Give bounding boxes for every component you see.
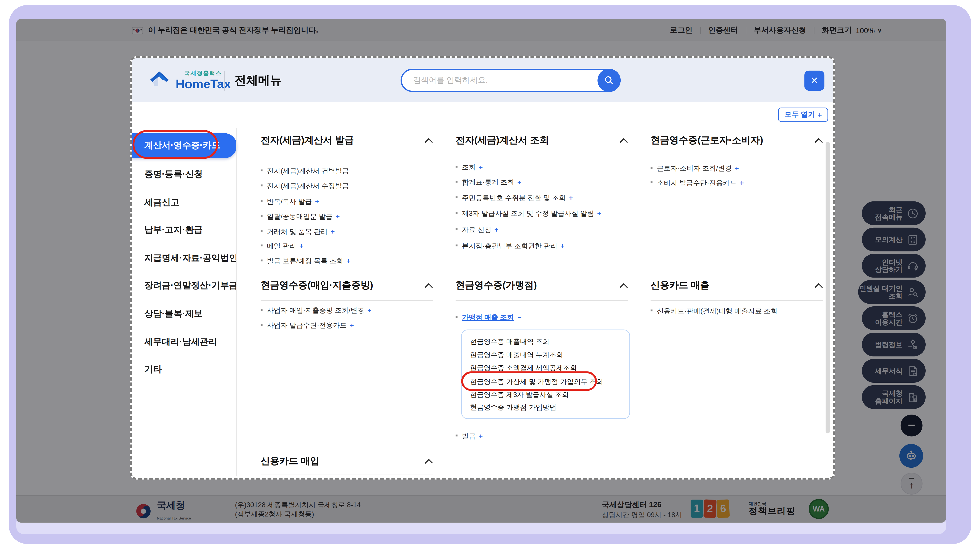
menu-item[interactable]: 사업자 발급수단·전용카드+	[261, 321, 354, 330]
submenu-item[interactable]: 현금영수증 매출내역 조회	[470, 337, 550, 346]
merchant-sales-link[interactable]: 가맹점 매출 조회	[462, 313, 514, 321]
submenu-item[interactable]: 현금영수증 매출내역 누계조회	[470, 350, 563, 359]
divider	[651, 156, 823, 156]
item-label: 본지점·총괄납부 조회권한 관리	[462, 242, 557, 250]
expand-all-label: 모두 열기	[784, 110, 815, 120]
item-label: 조회	[462, 163, 476, 171]
chevron-up-icon[interactable]	[814, 138, 823, 143]
sidebar-label: 세무대리·납세관리	[144, 336, 217, 346]
item-label: 일괄/공동매입분 발급	[267, 212, 332, 220]
modal-header: 국세청홈택스 HomeTax 전체메뉴 ✕	[132, 58, 833, 102]
item-label: 메일 관리	[267, 242, 296, 250]
menu-item-merchant-sales[interactable]: 가맹점 매출 조회−	[455, 313, 522, 322]
menu-item[interactable]: 소비자 발급수단·전용카드+	[651, 178, 744, 188]
plus-icon: +	[331, 228, 335, 235]
sidebar-item-statements[interactable]: 지급명세·자료·공익법인	[144, 252, 238, 263]
plus-icon: +	[479, 163, 483, 171]
plus-icon: +	[315, 198, 319, 205]
section-title: 현금영수증(매입·지출증빙)	[261, 279, 373, 291]
chevron-up-icon[interactable]	[619, 283, 628, 288]
sidebar-label: 상담·불복·제보	[144, 308, 202, 318]
menu-item[interactable]: 발급 보류/예정 목록 조회+	[261, 256, 350, 266]
item-label: 자료 신청	[462, 226, 491, 233]
item-label: 거래처 및 품목 관리	[267, 228, 328, 235]
menu-item[interactable]: 근로자·소비자 조회/변경+	[651, 164, 739, 173]
modal-scrollbar[interactable]	[826, 142, 830, 433]
sidebar-item-payment-refund[interactable]: 납부·고지·환급	[144, 224, 202, 235]
item-label: 전자(세금)계산서 수정발급	[267, 182, 349, 190]
section-etax-inquiry: 전자(세금)계산서 조회	[455, 133, 628, 147]
submenu-item[interactable]: 현금영수증 소액결제 세액공제조회	[470, 363, 577, 372]
menu-item[interactable]: 주민등록번호 수취분 전환 및 조회+	[455, 193, 573, 203]
sidebar-label: 납부·고지·환급	[144, 224, 202, 235]
search-button[interactable]	[597, 69, 620, 92]
menu-item[interactable]: 자료 신청+	[455, 225, 498, 235]
menu-item[interactable]: 조회+	[455, 163, 483, 172]
full-menu-modal: 국세청홈택스 HomeTax 전체메뉴 ✕ 모두 열기 + 계산서	[130, 56, 835, 480]
plus-icon: +	[368, 306, 372, 314]
menu-item[interactable]: 일괄/공동매입분 발급+	[261, 212, 340, 221]
item-label: 신용카드·판매(결제)대행 매출자료 조회	[657, 307, 778, 314]
plus-icon: +	[517, 178, 522, 186]
search-icon	[604, 75, 614, 86]
chevron-up-icon[interactable]	[424, 283, 433, 288]
menu-item[interactable]: 전자(세금)계산서 건별발급	[261, 166, 352, 176]
divider	[261, 156, 433, 156]
plus-icon: +	[336, 212, 340, 220]
menu-item[interactable]: 발급+	[455, 431, 483, 441]
section-title: 신용카드 매출	[651, 279, 710, 291]
divider	[261, 475, 433, 475]
menu-item[interactable]: 반복/복사 발급+	[261, 197, 319, 206]
close-button[interactable]: ✕	[804, 71, 824, 91]
divider	[236, 128, 237, 476]
section-title: 전자(세금)계산서 발급	[261, 134, 354, 146]
menu-item[interactable]: 신용카드·판매(결제)대행 매출자료 조회	[651, 306, 778, 316]
item-label: 합계표·통계 조회	[462, 178, 514, 186]
section-etax-issue: 전자(세금)계산서 발급	[261, 133, 433, 147]
plus-icon: +	[818, 111, 822, 119]
plus-icon: +	[569, 194, 573, 201]
item-label: 사업자 매입·지출증빙 조회/변경	[267, 306, 364, 314]
frame-bottom-strip	[16, 522, 946, 534]
sidebar-item-tax-report[interactable]: 세금신고	[144, 196, 179, 208]
section-credit-card-purchase: 신용카드 매입	[261, 454, 433, 468]
search-input[interactable]	[412, 70, 593, 90]
chevron-up-icon[interactable]	[619, 138, 628, 143]
menu-item[interactable]: 거래처 및 품목 관리+	[261, 227, 335, 236]
search-box	[401, 69, 620, 92]
submenu-item[interactable]: 현금영수증 가맹점 가입방법	[470, 403, 557, 411]
menu-item[interactable]: 제3자 발급사실 조회 및 수정 발급사실 알림+	[455, 209, 601, 218]
plus-icon: +	[299, 242, 304, 250]
sidebar-item-tax-agent[interactable]: 세무대리·납세관리	[144, 336, 217, 347]
plus-icon: +	[494, 226, 498, 233]
divider	[455, 156, 628, 156]
menu-item[interactable]: 본지점·총괄납부 조회권한 관리+	[455, 241, 565, 251]
sidebar-item-consult-report[interactable]: 상담·불복·제보	[144, 308, 202, 319]
item-label: 근로자·소비자 조회/변경	[657, 164, 732, 172]
section-title: 신용카드 매입	[261, 455, 320, 467]
menu-item[interactable]: 합계표·통계 조회+	[455, 177, 521, 187]
sidebar-label: 기타	[144, 364, 162, 374]
sidebar-item-etc[interactable]: 기타	[144, 363, 162, 375]
submenu-item[interactable]: 현금영수증 제3자 발급사실 조회	[470, 390, 569, 399]
expand-all-button[interactable]: 모두 열기 +	[778, 107, 828, 122]
item-label: 현금영수증 매출내역 조회	[470, 338, 550, 345]
divider	[651, 300, 823, 301]
item-label: 현금영수증 가맹점 가입방법	[470, 403, 557, 411]
plus-icon: +	[479, 432, 483, 440]
plus-icon: +	[350, 321, 354, 329]
divider	[261, 300, 433, 301]
sidebar-label: 세금신고	[144, 197, 179, 207]
hometax-logo[interactable]: 국세청홈택스 HomeTax	[147, 66, 231, 91]
item-label: 반복/복사 발급	[267, 198, 312, 205]
chevron-up-icon[interactable]	[424, 138, 433, 143]
menu-item[interactable]: 전자(세금)계산서 수정발급	[261, 181, 352, 191]
chevron-up-icon[interactable]	[424, 459, 433, 464]
sidebar-item-incentives[interactable]: 장려금·연말정산·기부금	[144, 279, 238, 291]
sidebar-item-cert-register[interactable]: 증명·등록·신청	[144, 168, 202, 180]
highlight-annotation	[461, 372, 597, 391]
logo-small-text: 국세청홈택스	[185, 70, 222, 76]
chevron-up-icon[interactable]	[814, 283, 823, 288]
menu-item[interactable]: 메일 관리+	[261, 241, 304, 251]
menu-item[interactable]: 사업자 매입·지출증빙 조회/변경+	[261, 306, 371, 315]
